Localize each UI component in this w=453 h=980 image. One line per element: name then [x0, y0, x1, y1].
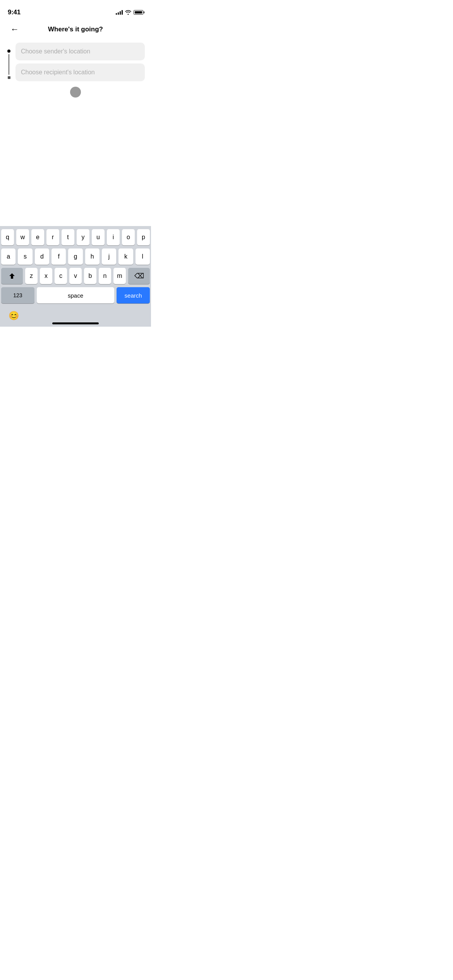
shift-icon: [9, 272, 15, 279]
divider-container: [0, 84, 151, 99]
keyboard-row-1: q w e r t y u i o p: [1, 229, 150, 245]
header: ← Where's it going?: [0, 19, 151, 41]
key-s[interactable]: s: [18, 248, 32, 265]
status-icons: [116, 10, 143, 15]
status-time: 9:41: [8, 9, 21, 16]
back-button[interactable]: ←: [8, 22, 22, 36]
keyboard: q w e r t y u i o p a s d f g h j k l z …: [0, 226, 151, 327]
route-indicator: [6, 43, 12, 84]
key-i[interactable]: i: [107, 229, 120, 245]
search-key[interactable]: search: [117, 287, 150, 303]
key-w[interactable]: w: [16, 229, 29, 245]
key-r[interactable]: r: [46, 229, 59, 245]
key-q[interactable]: q: [1, 229, 14, 245]
home-indicator: [52, 322, 99, 324]
delete-key[interactable]: ⌫: [128, 268, 150, 284]
divider-circle: [70, 87, 81, 98]
key-e[interactable]: e: [31, 229, 44, 245]
route-line: [9, 54, 9, 75]
destination-dot: [8, 76, 10, 79]
key-b[interactable]: b: [84, 268, 96, 284]
key-f[interactable]: f: [51, 248, 66, 265]
backspace-icon: ⌫: [134, 272, 144, 280]
keyboard-row-4: 123 space search: [1, 287, 150, 303]
key-a[interactable]: a: [1, 248, 15, 265]
origin-dot: [7, 50, 10, 53]
key-l[interactable]: l: [136, 248, 150, 265]
location-container: [0, 43, 151, 84]
inputs-column: [15, 43, 145, 84]
emoji-button[interactable]: 😊: [6, 308, 21, 324]
back-arrow-icon: ←: [10, 25, 19, 34]
main-content: [0, 99, 151, 176]
space-key[interactable]: space: [37, 287, 114, 303]
nums-key[interactable]: 123: [1, 287, 34, 303]
keyboard-row-3: z x c v b n m ⌫: [1, 268, 150, 284]
key-j[interactable]: j: [102, 248, 116, 265]
key-p[interactable]: p: [137, 229, 150, 245]
shift-key[interactable]: [1, 268, 23, 284]
status-bar: 9:41: [0, 0, 151, 19]
page-title: Where's it going?: [48, 26, 103, 33]
key-o[interactable]: o: [122, 229, 135, 245]
key-u[interactable]: u: [92, 229, 105, 245]
key-c[interactable]: c: [55, 268, 67, 284]
key-m[interactable]: m: [113, 268, 126, 284]
key-z[interactable]: z: [25, 268, 38, 284]
key-y[interactable]: y: [77, 229, 89, 245]
key-d[interactable]: d: [35, 248, 49, 265]
wifi-icon: [125, 10, 131, 15]
key-h[interactable]: h: [85, 248, 100, 265]
keyboard-row-2: a s d f g h j k l: [1, 248, 150, 265]
recipient-location-input[interactable]: [15, 63, 145, 81]
key-t[interactable]: t: [62, 229, 74, 245]
sender-location-input[interactable]: [15, 43, 145, 60]
key-v[interactable]: v: [69, 268, 82, 284]
signal-icon: [116, 10, 123, 15]
key-k[interactable]: k: [118, 248, 133, 265]
key-g[interactable]: g: [68, 248, 82, 265]
key-n[interactable]: n: [99, 268, 111, 284]
key-x[interactable]: x: [40, 268, 52, 284]
battery-icon: [134, 10, 143, 15]
